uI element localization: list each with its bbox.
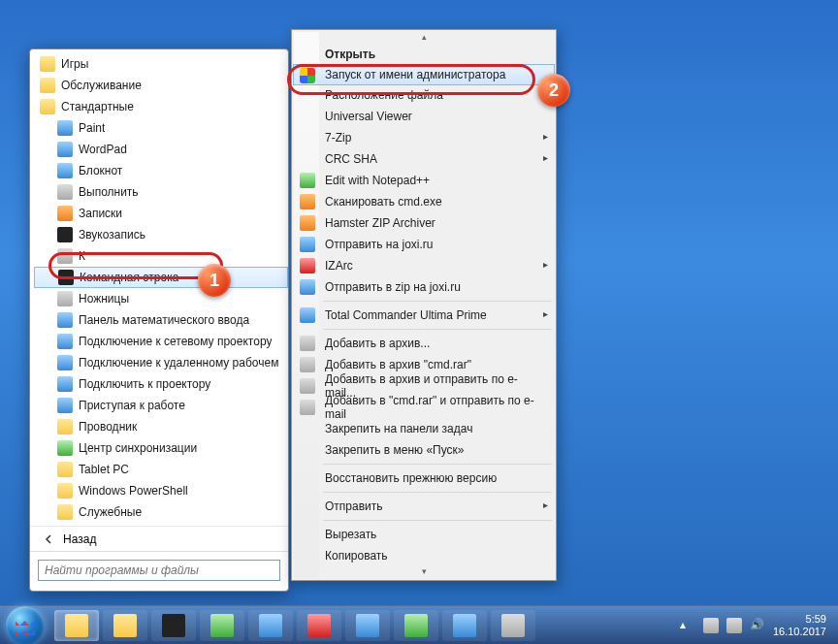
program-remote-desktop[interactable]: Подключение к удаленному рабочем <box>34 352 288 373</box>
ctx-izarc[interactable]: IZArc <box>294 255 554 276</box>
ctx-label: Отправить на joxi.ru <box>325 238 433 251</box>
taskbar-excel[interactable] <box>394 610 438 641</box>
taskbar-app-1[interactable] <box>103 610 147 641</box>
ctx-copy[interactable]: Копировать <box>294 545 554 566</box>
program-sync-center[interactable]: Центр синхронизации <box>34 437 288 459</box>
tray-clock[interactable]: 5:59 16.10.2017 <box>773 613 826 638</box>
program-network-projector[interactable]: Подключение к сетевому проектору <box>34 331 288 352</box>
search-input[interactable] <box>38 560 280 581</box>
ctx-label: Расположение файла <box>325 88 443 102</box>
ctx-cut[interactable]: Вырезать <box>294 524 554 545</box>
ctx-separator <box>323 301 552 302</box>
program-label: Блокнот <box>79 164 122 177</box>
taskbar-opera[interactable] <box>297 610 341 641</box>
ctx-open[interactable]: Открыть <box>294 44 554 65</box>
clock-date: 16.10.2017 <box>773 626 826 638</box>
ctx-crc-sha[interactable]: CRC SHA <box>294 148 554 170</box>
program-notepad[interactable]: Блокнот <box>34 160 288 181</box>
folder-maintenance[interactable]: Обслуживание <box>34 75 288 96</box>
folder-tablet-pc[interactable]: Tablet PC <box>34 459 288 480</box>
program-label: Командная строка <box>80 271 178 284</box>
taskbar-app-4[interactable] <box>248 610 293 641</box>
app-icon <box>356 614 379 637</box>
app-icon <box>259 614 282 637</box>
program-label: WordPad <box>79 143 127 156</box>
program-sound-recorder[interactable]: Звукозапись <box>34 224 288 245</box>
program-connect-projector[interactable]: Подключить к проектору <box>34 373 288 395</box>
ctx-hamster[interactable]: Hamster ZIP Archiver <box>294 212 554 234</box>
system-tray: ▴ 🔊 5:59 16.10.2017 <box>680 613 832 638</box>
context-scroll-up[interactable]: ▴ <box>294 32 554 44</box>
tray-expand-icon[interactable]: ▴ <box>680 618 695 633</box>
program-explorer[interactable]: Проводник <box>34 416 288 437</box>
program-label: Подключение к сетевому проектору <box>79 335 272 348</box>
program-command-prompt[interactable]: Командная строка <box>34 267 288 288</box>
ctx-restore-previous[interactable]: Восстановить прежнюю версию <box>294 467 554 489</box>
taskbar-explorer[interactable] <box>54 610 99 641</box>
ctx-pin-taskbar[interactable]: Закрепить на панели задач <box>294 418 554 439</box>
ctx-label: Total Commander Ultima Prime <box>325 308 487 322</box>
joxi-icon <box>300 237 315 252</box>
ctx-notepadpp[interactable]: Edit with Notepad++ <box>294 170 554 191</box>
notepadpp-icon <box>300 173 315 188</box>
program-paint[interactable]: Paint <box>34 117 288 139</box>
program-label: Подключение к удаленному рабочем <box>79 356 278 370</box>
start-menu-program-list: Игры Обслуживание Стандартные Paint Word… <box>30 49 288 526</box>
word-icon <box>453 614 476 637</box>
ctx-universal-viewer[interactable]: Universal Viewer <box>294 106 554 127</box>
folder-powershell[interactable]: Windows PowerShell <box>34 480 288 501</box>
folder-accessories[interactable]: Стандартные <box>34 96 288 117</box>
ctx-7zip[interactable]: 7-Zip <box>294 127 554 148</box>
program-run[interactable]: Выполнить <box>34 181 288 203</box>
ctx-separator <box>323 492 552 493</box>
avast-icon <box>300 194 315 209</box>
program-truncated[interactable]: К <box>34 245 288 267</box>
program-label: К <box>79 249 85 263</box>
ctx-label: Восстановить прежнюю версию <box>325 471 497 485</box>
program-wordpad[interactable]: WordPad <box>34 139 288 160</box>
back-arrow-icon <box>44 534 53 544</box>
program-getting-started[interactable]: Приступая к работе <box>34 395 288 416</box>
program-math-input[interactable]: Панель математического ввода <box>34 309 288 331</box>
winrar-icon <box>300 357 315 372</box>
ctx-scan[interactable]: Сканировать cmd.exe <box>294 191 554 212</box>
taskbar-app-6[interactable] <box>491 610 535 641</box>
ctx-pin-start[interactable]: Закрепить в меню «Пуск» <box>294 439 554 461</box>
ctx-add-archive[interactable]: Добавить в архив... <box>294 333 554 354</box>
program-label: Записки <box>79 207 122 220</box>
annotation-badge-1: 1 <box>198 264 231 297</box>
folder-system-tools[interactable]: Служебные <box>34 501 288 523</box>
back-label: Назад <box>63 532 96 546</box>
flag-icon[interactable] <box>703 618 719 633</box>
annotation-badge-2: 2 <box>537 74 570 107</box>
ctx-joxi-zip[interactable]: Отправить в zip на joxi.ru <box>294 276 554 298</box>
ctx-send-to[interactable]: Отправить <box>294 496 554 517</box>
program-label: Панель математического ввода <box>79 313 249 327</box>
excel-icon <box>404 614 428 637</box>
ctx-label: IZArc <box>325 259 353 273</box>
folder-games[interactable]: Игры <box>34 53 288 75</box>
program-sticky-notes[interactable]: Записки <box>34 203 288 224</box>
taskbar-app-2[interactable] <box>151 610 196 641</box>
volume-icon[interactable]: 🔊 <box>750 618 765 633</box>
folder-label: Стандартные <box>61 100 134 113</box>
ctx-file-location[interactable]: Расположение файла <box>294 84 554 106</box>
network-icon[interactable] <box>726 618 742 633</box>
program-label: Приступая к работе <box>79 399 185 412</box>
ctx-cmdrar-email[interactable]: Добавить в "cmd.rar" и отправить по e-ma… <box>294 397 554 418</box>
ctx-joxi[interactable]: Отправить на joxi.ru <box>294 234 554 255</box>
context-scroll-down[interactable]: ▾ <box>294 566 554 578</box>
program-label: Ножницы <box>79 292 129 306</box>
ctx-total-commander[interactable]: Total Commander Ultima Prime <box>294 305 554 326</box>
program-snipping-tool[interactable]: Ножницы <box>34 288 288 309</box>
start-button[interactable] <box>6 606 45 645</box>
folder-label: Служебные <box>79 505 142 519</box>
taskbar: ▴ 🔊 5:59 16.10.2017 <box>0 605 838 644</box>
taskbar-app-5[interactable] <box>345 610 390 641</box>
back-button[interactable]: Назад <box>30 526 288 551</box>
taskbar-app-3[interactable] <box>200 610 244 641</box>
ctx-run-as-admin[interactable]: Запуск от имени администратора <box>293 64 555 85</box>
taskbar-word[interactable] <box>442 610 487 641</box>
search-row <box>30 551 288 591</box>
ctx-label: Hamster ZIP Archiver <box>325 216 435 230</box>
